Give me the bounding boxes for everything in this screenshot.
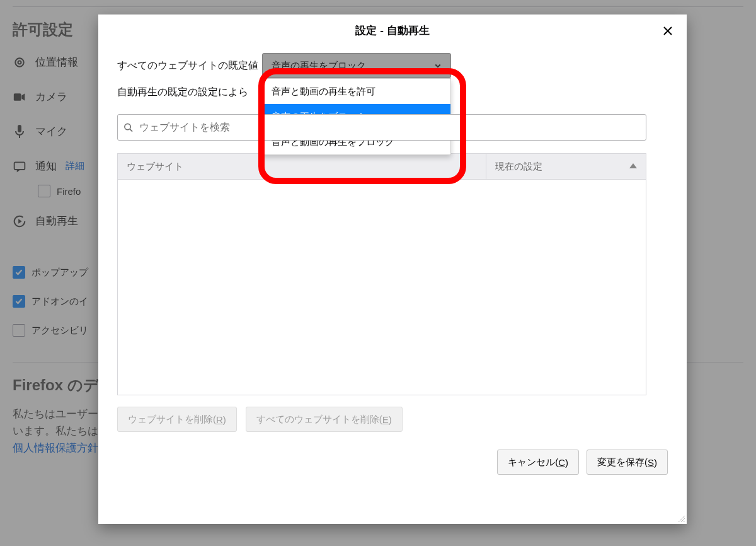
dialog-left-actions: ウェブサイトを削除(R) すべてのウェブサイトを削除(E)	[117, 407, 668, 432]
site-search	[117, 114, 668, 141]
svg-point-6	[125, 124, 130, 129]
remove-all-sites-button: すべてのウェブサイトを削除(E)	[246, 407, 403, 432]
dialog-header: 設定 - 自動再生	[98, 15, 687, 47]
default-label: すべてのウェブサイトの既定値	[117, 59, 258, 73]
dialog-body: すべてのウェブサイトの既定値 音声の再生をブロック 音声と動画の再生を許可 音声…	[98, 47, 687, 524]
dialog-title: 設定 - 自動再生	[355, 25, 429, 37]
dropdown-button[interactable]: 音声の再生をブロック	[262, 53, 451, 78]
resize-grip-icon[interactable]	[677, 514, 685, 523]
autoplay-settings-dialog: 設定 - 自動再生 すべてのウェブサイトの既定値 音声の再生をブロック 音声と動…	[98, 15, 687, 524]
cancel-button[interactable]: キャンセル(C)	[497, 450, 579, 475]
chevron-down-icon	[434, 62, 442, 69]
default-value-row: すべてのウェブサイトの既定値 音声の再生をブロック 音声と動画の再生を許可 音声…	[117, 53, 668, 78]
site-table-body	[117, 180, 646, 395]
site-table-header: ウェブサイト 現在の設定	[117, 153, 646, 180]
search-input[interactable]	[117, 114, 646, 141]
column-website[interactable]: ウェブサイト	[118, 154, 486, 179]
search-icon	[123, 123, 133, 132]
dialog-right-actions: キャンセル(C) 変更を保存(S)	[117, 450, 668, 481]
dropdown-selected: 音声の再生をブロック	[272, 60, 366, 72]
default-dropdown[interactable]: 音声の再生をブロック 音声と動画の再生を許可 音声の再生をブロック 音声と動画の…	[262, 53, 451, 78]
save-button[interactable]: 変更を保存(S)	[587, 450, 668, 475]
column-status[interactable]: 現在の設定	[486, 154, 646, 179]
close-button[interactable]	[659, 22, 677, 40]
sort-up-icon	[629, 163, 637, 170]
dropdown-option-allow[interactable]: 音声と動画の再生を許可	[263, 79, 450, 104]
remove-site-button: ウェブサイトを削除(R)	[117, 407, 237, 432]
